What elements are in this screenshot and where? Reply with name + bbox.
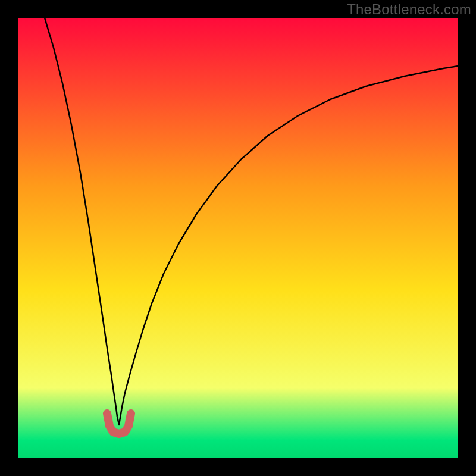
chart-frame: TheBottleneck.com: [0, 0, 476, 476]
plot-background: [18, 18, 458, 458]
plot-surface: [18, 18, 458, 458]
watermark-text: TheBottleneck.com: [347, 1, 471, 18]
chart-svg: [18, 18, 458, 458]
